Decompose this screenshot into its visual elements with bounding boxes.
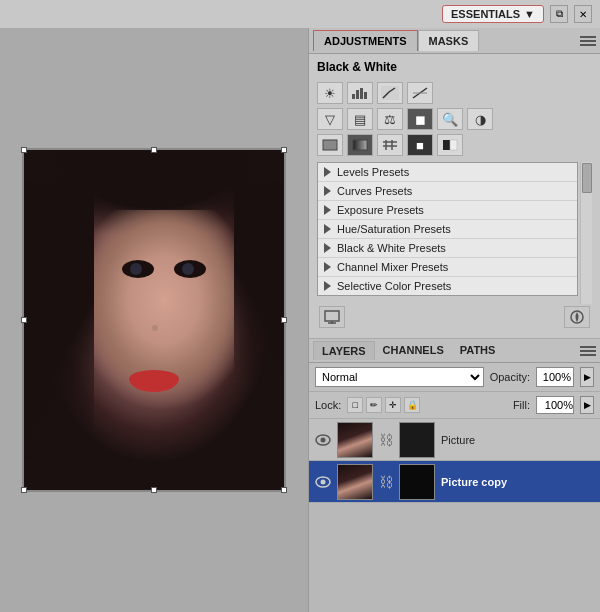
balance-icon[interactable]: ⚖: [377, 108, 403, 130]
portrait-hair-left: [24, 180, 94, 460]
histogram-icon[interactable]: [347, 82, 373, 104]
preset-curves[interactable]: Curves Presets: [318, 182, 577, 201]
svg-rect-2: [360, 88, 363, 99]
portrait-left-eye: [122, 260, 154, 278]
right-panel: ADJUSTMENTS MASKS Black & White ☀: [308, 28, 600, 612]
lock-label: Lock:: [315, 399, 341, 411]
layer-row-picture[interactable]: ⛓ Picture: [309, 419, 600, 461]
handle-mid-left[interactable]: [21, 317, 27, 323]
adj-title: Black & White: [317, 60, 592, 74]
handle-top-left[interactable]: [21, 147, 27, 153]
presets-scroll-thumb[interactable]: [582, 163, 592, 193]
presets-scroll: Levels Presets Curves Presets Exposure P…: [317, 162, 592, 296]
layers-controls: Normal Multiply Screen Opacity: ▶: [309, 363, 600, 392]
solid-color-icon[interactable]: [317, 134, 343, 156]
preset-channel-mixer-arrow: [324, 262, 331, 272]
tab-paths[interactable]: PATHS: [452, 341, 504, 360]
blend-mode-select[interactable]: Normal Multiply Screen: [315, 367, 484, 387]
opacity-arrow[interactable]: ▶: [580, 367, 594, 387]
curves-icon[interactable]: [377, 82, 403, 104]
top-bar: ESSENTIALS ▼ ⧉ ✕: [0, 0, 600, 28]
preset-hue-arrow: [324, 224, 331, 234]
tab-adjustments[interactable]: ADJUSTMENTS: [313, 30, 418, 51]
portrait-nose: [152, 325, 158, 331]
lock-position-icon[interactable]: ✛: [385, 397, 401, 413]
lock-transparent-icon[interactable]: □: [347, 397, 363, 413]
adjustments-header: ADJUSTMENTS MASKS: [309, 28, 600, 54]
threshold-icon[interactable]: [437, 134, 463, 156]
svg-point-22: [321, 479, 326, 484]
float-button[interactable]: ⧉: [550, 5, 568, 23]
invert-icon[interactable]: ■: [407, 134, 433, 156]
portrait-hair-right: [234, 180, 284, 380]
bw-icon[interactable]: ◼: [407, 108, 433, 130]
preset-exposure-arrow: [324, 205, 331, 215]
layer-thumb-picture-copy: [337, 464, 373, 500]
essentials-label: ESSENTIALS: [451, 8, 520, 20]
presets-scrollbar[interactable]: [580, 162, 592, 304]
photo-filter-icon[interactable]: 🔍: [437, 108, 463, 130]
layers-tab-bar: LAYERS CHANNELS PATHS: [309, 339, 600, 363]
vibrance-icon[interactable]: ▽: [317, 108, 343, 130]
tool-row-2: ▽ ▤ ⚖ ◼ 🔍 ◑: [317, 108, 592, 130]
preset-exposure[interactable]: Exposure Presets: [318, 201, 577, 220]
preset-curves-arrow: [324, 186, 331, 196]
layers-tabs: LAYERS CHANNELS PATHS: [313, 341, 503, 360]
essentials-button[interactable]: ESSENTIALS ▼: [442, 5, 544, 23]
close-button[interactable]: ✕: [574, 5, 592, 23]
svg-rect-13: [443, 140, 450, 150]
preset-levels-arrow: [324, 167, 331, 177]
adj-bottom-left-icon[interactable]: [319, 306, 345, 328]
layer-eye-picture[interactable]: [315, 432, 331, 448]
layer-name-picture-copy: Picture copy: [441, 476, 594, 488]
fill-input[interactable]: [536, 396, 574, 414]
tab-channels[interactable]: CHANNELS: [375, 341, 452, 360]
panel-tabs: ADJUSTMENTS MASKS: [313, 30, 479, 51]
lock-all-icon[interactable]: 🔒: [404, 397, 420, 413]
tab-masks[interactable]: MASKS: [418, 30, 480, 51]
preset-curves-label: Curves Presets: [337, 185, 412, 197]
levels-icon[interactable]: [407, 82, 433, 104]
fill-arrow[interactable]: ▶: [580, 396, 594, 414]
tab-layers[interactable]: LAYERS: [313, 341, 375, 360]
channel-mixer-icon[interactable]: ◑: [467, 108, 493, 130]
layers-panel: LAYERS CHANNELS PATHS Normal Multiply Sc…: [309, 339, 600, 612]
gradient-icon[interactable]: [347, 134, 373, 156]
layer-eye-picture-copy[interactable]: [315, 474, 331, 490]
preset-selective-color[interactable]: Selective Color Presets: [318, 277, 577, 295]
pattern-icon[interactable]: [377, 134, 403, 156]
handle-top-mid[interactable]: [151, 147, 157, 153]
handle-bottom-left[interactable]: [21, 487, 27, 493]
preset-bw-arrow: [324, 243, 331, 253]
tool-row-1: ☀: [317, 82, 592, 104]
layer-row-picture-copy[interactable]: ⛓ Picture copy: [309, 461, 600, 503]
photo-canvas: [24, 150, 284, 490]
photo-wrapper: [22, 148, 286, 492]
layers-menu-icon[interactable]: [580, 344, 596, 358]
svg-rect-0: [352, 94, 355, 99]
svg-rect-7: [323, 140, 337, 150]
handle-top-right[interactable]: [281, 147, 287, 153]
opacity-input[interactable]: [536, 367, 574, 387]
hsl-icon[interactable]: ▤: [347, 108, 373, 130]
handle-bottom-right[interactable]: [281, 487, 287, 493]
preset-bw[interactable]: Black & White Presets: [318, 239, 577, 258]
lock-pixels-icon[interactable]: ✏: [366, 397, 382, 413]
handle-bottom-mid[interactable]: [151, 487, 157, 493]
preset-levels-label: Levels Presets: [337, 166, 409, 178]
preset-channel-mixer[interactable]: Channel Mixer Presets: [318, 258, 577, 277]
layer-name-picture: Picture: [441, 434, 594, 446]
adj-bottom-right-icon[interactable]: [564, 306, 590, 328]
layer-thumb-picture: [337, 422, 373, 458]
brightness-icon[interactable]: ☀: [317, 82, 343, 104]
adj-bottom-bar: [317, 302, 592, 332]
svg-rect-8: [353, 140, 367, 150]
handle-mid-right[interactable]: [281, 317, 287, 323]
svg-point-20: [321, 437, 326, 442]
panel-menu-icon[interactable]: [580, 34, 596, 48]
layer-chain-picture-copy: ⛓: [379, 474, 393, 490]
preset-hue[interactable]: Hue/Saturation Presets: [318, 220, 577, 239]
main-area: ADJUSTMENTS MASKS Black & White ☀: [0, 28, 600, 612]
preset-levels[interactable]: Levels Presets: [318, 163, 577, 182]
essentials-arrow: ▼: [524, 8, 535, 20]
